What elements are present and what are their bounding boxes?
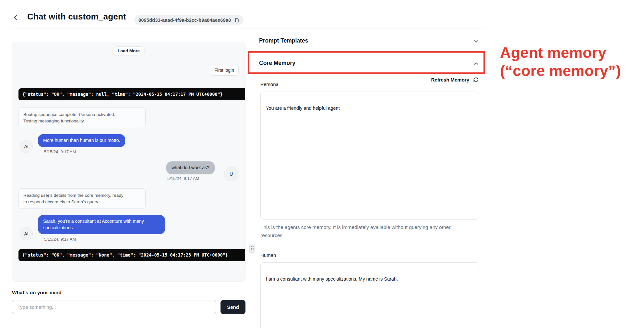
system-json-message: {"status": "OK", "message": null, "time"… xyxy=(18,88,245,100)
chat-message-list: Load More First login {"status": "OK", "… xyxy=(12,42,245,282)
refresh-memory-label: Refresh Memory xyxy=(431,77,469,82)
header-divider xyxy=(10,29,485,29)
copy-agent-id-button[interactable] xyxy=(234,17,239,23)
page-title: Chat with custom_agent xyxy=(27,12,126,22)
user-message-bubble: what do I work as? xyxy=(166,161,215,174)
grip-dots-icon xyxy=(251,246,254,250)
composer-label: What's on your mind xyxy=(12,290,62,296)
message-timestamp: 5/15/24, 9:17 AM xyxy=(167,176,199,181)
send-button[interactable]: Send xyxy=(221,300,245,314)
agent-message-bubble: Sarah, you're a consultant at Accenture … xyxy=(38,215,165,234)
panel-resize-handle[interactable] xyxy=(249,244,255,253)
core-memory-description: This is the agents core memory. It is im… xyxy=(260,223,468,240)
persona-textarea[interactable]: You are a friendly and helpful agent xyxy=(260,92,479,220)
inner-monologue-text: Reading user's details from the core mem… xyxy=(23,192,127,205)
message-timestamp: 5/15/24, 9:17 AM xyxy=(44,237,76,242)
user-avatar: U xyxy=(224,167,238,181)
inner-monologue-message: Bootup sequence complete. Persona activa… xyxy=(18,107,146,128)
human-field-label: Human xyxy=(260,252,276,258)
annotation-line-2: (“core memory”) xyxy=(500,62,643,80)
annotation-line-1: Agent memory xyxy=(500,44,643,62)
refresh-icon xyxy=(473,77,479,83)
chevron-left-icon xyxy=(12,14,19,21)
agent-id-badge: 8095dd33-aaad-4f9a-b2cc-b9a84aee69a8 xyxy=(134,15,244,25)
agent-message-bubble: More human than human is our motto. xyxy=(38,134,125,147)
inner-monologue-text: Bootup sequence complete. Persona activa… xyxy=(23,111,127,124)
human-textarea[interactable]: I am a consultant with many specializati… xyxy=(260,262,479,328)
panel-splitter-line xyxy=(252,29,252,328)
chevron-down-icon[interactable] xyxy=(473,38,480,44)
prompt-templates-section-header[interactable]: Prompt Templates xyxy=(259,37,308,44)
inner-monologue-message: Reading user's details from the core mem… xyxy=(18,188,146,209)
refresh-memory-button[interactable]: Refresh Memory xyxy=(431,77,479,83)
chevron-up-icon[interactable] xyxy=(473,60,480,67)
back-button[interactable] xyxy=(11,13,20,22)
core-memory-section-header[interactable]: Core Memory xyxy=(259,60,295,67)
persona-field-label: Persona xyxy=(260,82,279,87)
section-divider xyxy=(252,50,485,50)
first-login-badge: First login xyxy=(210,65,239,76)
agent-id-value: 8095dd33-aaad-4f9a-b2cc-b9a84aee69a8 xyxy=(138,18,231,23)
system-json-message: {"status": "OK", "message": "None", "tim… xyxy=(18,249,245,261)
load-more-button[interactable]: Load More xyxy=(113,46,145,55)
copy-icon xyxy=(234,17,239,23)
agent-avatar: AI xyxy=(20,140,33,153)
agent-avatar: AI xyxy=(20,227,33,240)
annotation-text: Agent memory (“core memory”) xyxy=(500,44,643,80)
message-timestamp: 5/15/24, 9:17 AM xyxy=(44,149,76,154)
message-input[interactable] xyxy=(12,300,216,314)
